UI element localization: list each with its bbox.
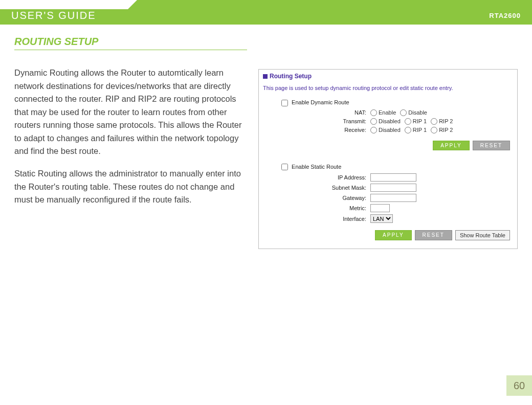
document-header: USER'S GUIDE RTA2600 — [0, 0, 532, 25]
paragraph-dynamic-routing: Dynamic Routing allows the Router to aut… — [14, 66, 247, 158]
right-column: Routing Setup This page is used to setup… — [258, 36, 518, 249]
metric-row: Metric: — [263, 203, 513, 213]
ip-address-input[interactable] — [370, 173, 416, 182]
gateway-row: Gateway: — [263, 193, 513, 203]
receive-disabled-radio[interactable] — [370, 127, 377, 133]
reset-button[interactable]: RESET — [473, 141, 510, 150]
header-title: USER'S GUIDE — [11, 10, 96, 21]
receive-label: Receive: — [263, 127, 370, 133]
transmit-disabled-radio[interactable] — [370, 118, 377, 125]
apply-button[interactable]: APPLY — [433, 141, 470, 150]
panel-description: This page is used to setup dynamic routi… — [263, 82, 513, 96]
metric-input[interactable] — [370, 204, 390, 212]
page-content: ROUTING SETUP Dynamic Routing allows the… — [0, 25, 532, 249]
transmit-rip2-radio[interactable] — [431, 118, 437, 125]
nat-enable-option[interactable]: Enable — [370, 109, 396, 116]
header-model: RTA2600 — [489, 12, 521, 19]
transmit-rip1-radio[interactable] — [405, 118, 411, 125]
nat-label: NAT: — [263, 109, 370, 116]
routing-setup-panel: Routing Setup This page is used to setup… — [258, 69, 518, 249]
transmit-label: Transmit: — [263, 118, 370, 124]
transmit-disabled-option[interactable]: Disabled — [370, 118, 401, 125]
transmit-rip2-option[interactable]: RIP 2 — [431, 118, 453, 125]
section-title: ROUTING SETUP — [14, 36, 247, 50]
ip-address-row: IP Address: — [263, 172, 513, 183]
receive-row: Receive: Disabled RIP 1 RIP 2 — [263, 126, 513, 134]
panel-title-text: Routing Setup — [270, 73, 312, 80]
metric-label: Metric: — [263, 205, 370, 211]
apply-button-2[interactable]: APPLY — [375, 230, 412, 240]
show-route-table-button[interactable]: Show Route Table — [455, 230, 510, 240]
subnet-mask-row: Subnet Mask: — [263, 183, 513, 193]
ip-address-label: IP Address: — [263, 174, 370, 181]
enable-dynamic-route-label: Enable Dynamic Route — [292, 99, 349, 105]
receive-rip1-option[interactable]: RIP 1 — [405, 127, 427, 133]
nat-disable-option[interactable]: Disable — [400, 109, 427, 116]
enable-static-route-row: Enable Static Route — [263, 161, 513, 173]
interface-select[interactable]: LAN — [370, 214, 393, 223]
receive-rip2-radio[interactable] — [431, 127, 437, 133]
receive-rip2-option[interactable]: RIP 2 — [431, 127, 453, 133]
interface-row: Interface: LAN — [263, 213, 513, 224]
subnet-mask-input[interactable] — [370, 184, 416, 192]
panel-title: Routing Setup — [263, 73, 513, 82]
enable-static-route-label: Enable Static Route — [292, 164, 341, 170]
transmit-rip1-option[interactable]: RIP 1 — [405, 118, 427, 125]
left-column: ROUTING SETUP Dynamic Routing allows the… — [14, 36, 247, 249]
enable-dynamic-route-checkbox[interactable] — [281, 100, 288, 106]
receive-disabled-option[interactable]: Disabled — [370, 127, 401, 133]
subnet-mask-label: Subnet Mask: — [263, 185, 370, 191]
enable-static-route-checkbox[interactable] — [281, 164, 288, 170]
panel-title-icon — [263, 74, 268, 79]
nat-enable-radio[interactable] — [370, 109, 377, 116]
header-tab-notch — [0, 0, 128, 9]
enable-dynamic-route-row: Enable Dynamic Route — [263, 96, 513, 108]
reset-button-2[interactable]: RESET — [415, 230, 452, 240]
receive-rip1-radio[interactable] — [405, 127, 411, 133]
gateway-label: Gateway: — [263, 195, 370, 201]
paragraph-static-routing: Static Routing allows the administrator … — [14, 167, 247, 207]
dynamic-buttons: APPLY RESET — [263, 134, 513, 153]
static-buttons: APPLY RESET Show Route Table — [263, 224, 513, 243]
page-number: 60 — [506, 375, 532, 396]
transmit-row: Transmit: Disabled RIP 1 RIP 2 — [263, 117, 513, 126]
interface-label: Interface: — [263, 216, 370, 222]
nat-row: NAT: Enable Disable — [263, 108, 513, 117]
nat-disable-radio[interactable] — [400, 109, 407, 116]
gateway-input[interactable] — [370, 194, 416, 202]
